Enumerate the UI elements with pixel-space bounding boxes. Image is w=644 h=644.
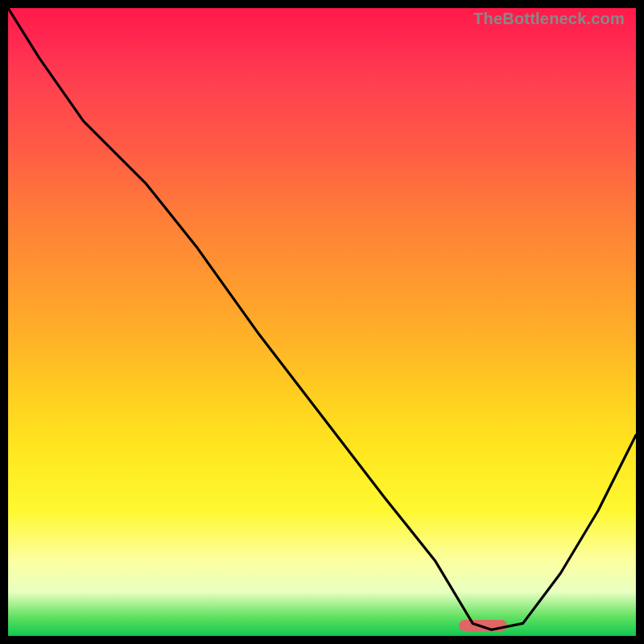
- chart-plot-area: TheBottleneck.com: [8, 8, 636, 636]
- watermark-text: TheBottleneck.com: [473, 10, 625, 28]
- bottleneck-curve: [8, 8, 636, 636]
